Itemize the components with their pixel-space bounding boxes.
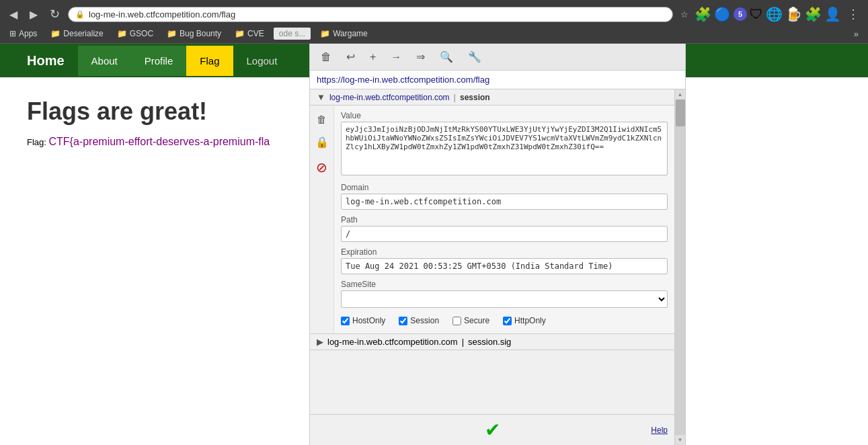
- cookie1-header[interactable]: ▼ log-me-in.web.ctfcompetition.com | ses…: [310, 89, 674, 106]
- cookie-side-block[interactable]: ⊘: [313, 157, 330, 178]
- secure-checkbox-label[interactable]: Secure: [452, 316, 489, 325]
- extension-icon-5: 🍺: [785, 6, 802, 22]
- browser-action-buttons: ☆ 🧩 🔵 5 🛡 🌐 🍺 🧩 👤 ⋮: [677, 5, 863, 24]
- folder-icon-2: 📁: [117, 29, 127, 38]
- bookmark-bug-bounty[interactable]: 📁 Bug Bounty: [163, 28, 225, 40]
- bookmark-wargame[interactable]: 📁 Wargame: [316, 28, 372, 40]
- bookmarks-overflow-button[interactable]: »: [850, 28, 863, 40]
- browser-frame: ◀ ▶ ↻ 🔒 log-me-in.web.ctfcompetition.com…: [0, 0, 868, 445]
- value-label: Value: [341, 111, 668, 120]
- folder-icon-3: 📁: [167, 29, 177, 38]
- secure-checkbox[interactable]: [452, 317, 461, 325]
- secure-label: Secure: [464, 316, 489, 325]
- cookie1-fields-area: 🗑 🔒 ⊘ Value eyJjc3JmIjoiNzBjODJmNjItMzRk…: [310, 106, 674, 333]
- cookie-undo-button[interactable]: ↩: [341, 48, 360, 66]
- cookie-search-button[interactable]: 🔍: [434, 48, 459, 66]
- help-link[interactable]: Help: [651, 426, 668, 435]
- address-bar[interactable]: 🔒 log-me-in.web.ctfcompetition.com/flag: [68, 7, 673, 22]
- scrollbar-track[interactable]: [675, 99, 685, 435]
- cookie-settings-button[interactable]: 🔧: [463, 48, 487, 66]
- bookmark-gsoc[interactable]: 📁 GSOC: [113, 28, 157, 40]
- expiration-field-group: Expiration: [341, 247, 668, 274]
- folder-icon-5: 📁: [320, 29, 330, 38]
- extension-icon-2: 🔵: [714, 6, 731, 22]
- site-title: Home: [13, 53, 78, 69]
- cookie-toolbar: 🗑 ↩ + → ⇒ 🔍 🔧: [310, 44, 685, 71]
- domain-input[interactable]: [341, 194, 668, 210]
- httponly-checkbox-label[interactable]: HttpOnly: [503, 316, 546, 325]
- cookie-checkboxes: HostOnly Session Secure: [341, 313, 668, 328]
- bookmarks-bar: ⊞ Apps 📁 Deserialize 📁 GSOC 📁 Bug Bounty…: [0, 24, 868, 44]
- hostonly-checkbox[interactable]: [341, 317, 350, 325]
- session-label: Session: [410, 316, 439, 325]
- cookie-import-button[interactable]: →: [385, 48, 407, 66]
- samesite-select[interactable]: Lax Strict None: [341, 290, 668, 308]
- extension-icon-3: 🛡: [750, 7, 763, 22]
- reload-button[interactable]: ↻: [46, 5, 64, 23]
- star-button[interactable]: ☆: [677, 7, 692, 22]
- nav-flag[interactable]: Flag: [186, 46, 233, 76]
- extension-icon-6: 🧩: [805, 6, 822, 22]
- cookie-side-delete[interactable]: 🗑: [314, 111, 329, 128]
- cookie-url-text: https://log-me-in.web.ctfcompetition.com…: [317, 75, 489, 85]
- bookmark-cve-label: CVE: [247, 29, 264, 38]
- cookie-scrollbar[interactable]: ▲ ▼: [674, 89, 685, 445]
- cookie-delete-button[interactable]: 🗑: [315, 48, 337, 66]
- cookie2-name: session.sig: [468, 337, 511, 347]
- back-button[interactable]: ◀: [5, 7, 22, 22]
- cookie-export-button[interactable]: ⇒: [411, 48, 430, 66]
- folder-icon-1: 📁: [50, 29, 61, 38]
- nav-logout[interactable]: Logout: [233, 46, 291, 76]
- code-snippet-bookmark[interactable]: ode s...: [274, 28, 311, 40]
- httponly-checkbox[interactable]: [503, 317, 512, 325]
- cookie2-header[interactable]: ▶ log-me-in.web.ctfcompetition.com | ses…: [310, 333, 674, 350]
- extension-icon-badge: 5: [734, 7, 747, 21]
- nav-profile[interactable]: Profile: [131, 46, 187, 76]
- cookie-editor-content: ▼ log-me-in.web.ctfcompetition.com | ses…: [310, 89, 685, 445]
- path-input[interactable]: [341, 226, 668, 242]
- domain-field-group: Domain: [341, 183, 668, 210]
- lock-icon: 🔒: [75, 10, 85, 19]
- bookmark-deserialize-label: Deserialize: [63, 29, 103, 38]
- bookmark-bug-bounty-label: Bug Bounty: [180, 29, 221, 38]
- nav-about[interactable]: About: [78, 46, 131, 76]
- samesite-field-group: SameSite Lax Strict None: [341, 280, 668, 308]
- cookie-editor-empty-space: [310, 350, 674, 414]
- session-checkbox[interactable]: [399, 317, 407, 325]
- bookmark-apps-label: Apps: [19, 29, 37, 38]
- extension-icon-4: 🌐: [766, 6, 783, 22]
- scrollbar-up-btn[interactable]: ▲: [676, 89, 685, 99]
- path-label: Path: [341, 215, 668, 225]
- cookie-editor-main: ▼ log-me-in.web.ctfcompetition.com | ses…: [310, 89, 674, 445]
- domain-label: Domain: [341, 183, 668, 192]
- cookie2-expand-icon: ▶: [317, 337, 323, 347]
- cookie2-separator: |: [462, 337, 464, 347]
- httponly-label: HttpOnly: [514, 316, 546, 325]
- expiration-input[interactable]: [341, 258, 668, 274]
- value-field-group: Value eyJjc3JmIjoiNzBjODJmNjItMzRkYS00YT…: [341, 111, 668, 177]
- hostonly-checkbox-label[interactable]: HostOnly: [341, 316, 385, 325]
- content-area: Home About Profile Flag Logout Flags are…: [0, 44, 868, 445]
- scrollbar-thumb[interactable]: [676, 99, 685, 126]
- bookmark-cve[interactable]: 📁 CVE: [231, 28, 268, 40]
- flag-prefix: Flag:: [27, 137, 49, 147]
- menu-button[interactable]: ⋮: [844, 5, 863, 24]
- cookie-side-lock[interactable]: 🔒: [313, 133, 331, 151]
- cookie-editor-footer: ✔ Help: [310, 414, 674, 445]
- browser-top-bar: ◀ ▶ ↻ 🔒 log-me-in.web.ctfcompetition.com…: [0, 0, 868, 24]
- cookie-side-actions: 🗑 🔒 ⊘: [310, 106, 334, 333]
- bookmark-apps[interactable]: ⊞ Apps: [5, 28, 41, 40]
- scrollbar-down-btn[interactable]: ▼: [676, 435, 685, 445]
- session-checkbox-label[interactable]: Session: [399, 316, 439, 325]
- forward-button[interactable]: ▶: [26, 7, 42, 22]
- cookie1-name: session: [460, 93, 490, 102]
- cookie-add-button[interactable]: +: [364, 48, 381, 66]
- flag-value: CTF{a-premium-effort-deserves-a-premium-…: [49, 136, 270, 147]
- hostonly-label: HostOnly: [352, 316, 385, 325]
- extension-icon-1: 🧩: [695, 6, 711, 22]
- confirm-checkmark[interactable]: ✔: [485, 419, 500, 441]
- bookmark-deserialize[interactable]: 📁 Deserialize: [46, 28, 107, 40]
- cookie1-separator: |: [454, 92, 456, 102]
- cookie-fields: Value eyJjc3JmIjoiNzBjODJmNjItMzRkYS00YT…: [334, 106, 674, 333]
- value-textarea[interactable]: eyJjc3JmIjoiNzBjODJmNjItMzRkYS00YTUxLWE3…: [341, 122, 668, 175]
